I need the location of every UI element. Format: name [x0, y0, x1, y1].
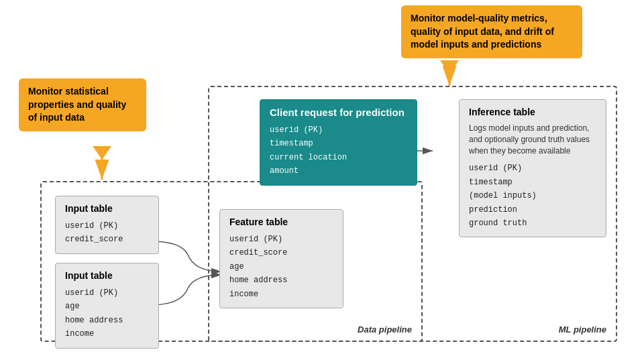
left-callout: Monitor statistical properties and quali…: [19, 78, 146, 131]
top-callout: Monitor model-quality metrics, quality o…: [401, 5, 582, 58]
input-table-2: Input table userid (PK)agehome addressin…: [55, 263, 159, 349]
ml-pipeline-box: Client request for prediction userid (PK…: [208, 86, 617, 342]
top-callout-arrow: [440, 60, 459, 74]
client-request-fields: userid (PK)timestampcurrent locationamou…: [270, 123, 407, 178]
left-callout-text: Monitor statistical properties and quali…: [19, 78, 146, 131]
client-request-table: Client request for prediction userid (PK…: [260, 99, 417, 186]
ml-pipeline-label: ML pipeline: [559, 323, 606, 335]
inference-table-fields: userid (PK)timestamp(model inputs)predic…: [469, 162, 596, 230]
left-callout-arrow: [93, 146, 111, 160]
inference-table: Inference table Logs model inputs and pr…: [459, 99, 606, 237]
inference-table-title: Inference table: [469, 107, 596, 117]
input-table-2-title: Input table: [65, 270, 149, 281]
input-table-1-title: Input table: [65, 203, 149, 214]
input-table-1-fields: userid (PK)credit_score: [65, 219, 149, 247]
top-callout-text: Monitor model-quality metrics, quality o…: [401, 5, 582, 58]
client-request-title: Client request for prediction: [270, 107, 407, 118]
input-table-2-fields: userid (PK)agehome addressincome: [65, 286, 149, 341]
inference-table-description: Logs model inputs and prediction, and op…: [469, 123, 596, 156]
input-table-1: Input table userid (PK)credit_score: [55, 196, 159, 254]
